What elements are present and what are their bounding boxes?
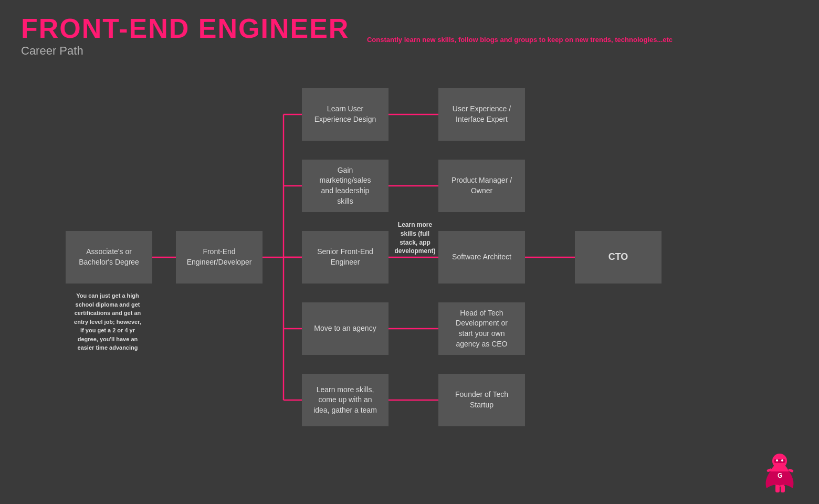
svg-rect-17 [774,459,785,463]
founder-box: Founder of Tech Startup [438,374,525,426]
learn-ux-box: Learn User Experience Design [302,88,388,141]
associate-note: You can just get a high school diploma a… [47,291,168,352]
svg-point-19 [781,459,783,461]
product-manager-box: Product Manager / Owner [438,160,525,212]
mascot: G [761,446,798,494]
head-tech-box: Head of Tech Development or start your o… [438,302,525,355]
subtitle: Career Path [21,44,349,58]
frontend-engineer-box: Front-End Engineer/Developer [176,231,262,284]
software-architect-box: Software Architect [438,231,525,284]
associate-box: Associate's or Bachelor's Degree [66,231,152,284]
learn-more-label: Learn more skills (full stack, app devel… [393,220,437,256]
ux-expert-box: User Experience / Interface Expert [438,88,525,141]
svg-rect-22 [781,485,785,492]
cto-box: CTO [575,231,662,284]
learn-skills-idea-box: Learn more skills, come up with an idea,… [302,374,388,426]
move-agency-box: Move to an agency [302,302,388,355]
gain-marketing-box: Gain marketing/sales and leadership skil… [302,160,388,212]
svg-rect-21 [775,485,780,492]
svg-point-18 [776,459,778,461]
svg-text:G: G [778,472,782,479]
top-note: Constantly learn new skills, follow blog… [242,36,798,44]
senior-frontend-box: Senior Front-End Engineer [302,231,388,284]
